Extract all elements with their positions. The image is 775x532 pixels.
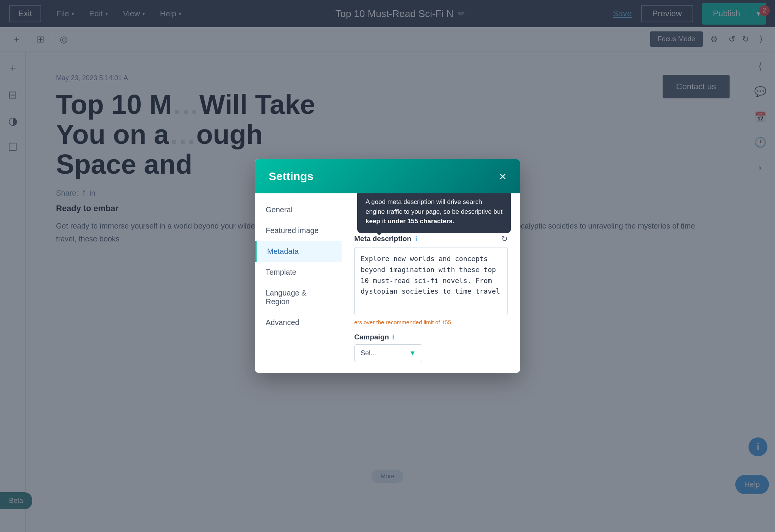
campaign-label: Campaign [354,333,389,341]
sidebar-item-language-region[interactable]: Language & Region [255,283,342,312]
meta-description-refresh-icon[interactable]: ↻ [501,234,508,243]
sidebar-item-featured-image[interactable]: Featured image [255,220,342,241]
modal-header: Settings × [255,159,520,193]
meta-description-label: Meta description [354,235,411,243]
campaign-select[interactable]: Sel... ▼ [354,344,422,362]
char-limit-warning: ers over the recommended limit of 155 [354,319,508,325]
meta-description-textarea[interactable]: Explore new worlds and concepts beyond i… [354,247,508,315]
modal-overlay: Settings × General Featured image Metada… [0,0,775,532]
sidebar-item-metadata[interactable]: Metadata [255,241,342,262]
campaign-info-icon[interactable]: ℹ [392,333,394,341]
settings-modal: Settings × General Featured image Metada… [255,159,520,373]
meta-description-info-icon[interactable]: ℹ [415,235,417,243]
tooltip-bubble: A good meta description will drive searc… [357,193,511,233]
tooltip-bold-text: keep it under 155 characters. [366,218,454,225]
meta-description-section: Meta description ℹ ↻ Explore new worlds … [354,234,508,325]
sidebar-item-general[interactable]: General [255,199,342,220]
modal-sidebar: General Featured image Metadata Template… [255,193,342,373]
campaign-label-row: Campaign ℹ [354,333,508,341]
modal-body: General Featured image Metadata Template… [255,193,520,373]
sidebar-item-advanced[interactable]: Advanced [255,312,342,333]
modal-title: Settings [269,170,313,183]
campaign-chevron-down-icon: ▼ [409,349,416,357]
modal-close-button[interactable]: × [499,170,506,182]
campaign-section: Campaign ℹ Sel... ▼ [354,333,508,362]
campaign-select-value: Sel... [361,349,376,357]
sidebar-item-template[interactable]: Template [255,262,342,283]
modal-content-area: A good meta description will drive searc… [342,193,520,373]
tooltip-text: A good meta description will drive searc… [366,198,503,225]
